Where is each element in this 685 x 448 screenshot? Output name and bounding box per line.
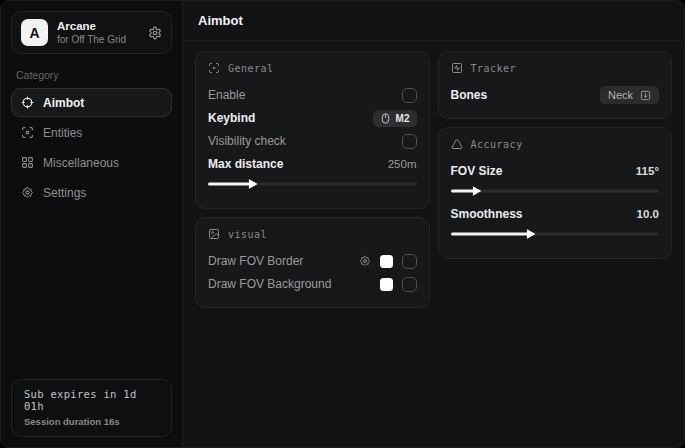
row-max-distance: Max distance 250m (208, 153, 417, 175)
fov-size-value: 115° (636, 165, 659, 177)
app-title: Arcane (57, 20, 126, 32)
image-icon (208, 228, 220, 240)
crosshair-icon (21, 96, 34, 109)
sidebar-item-label: Entities (43, 126, 82, 140)
slider-fill (208, 183, 252, 186)
fov-background-color-swatch[interactable] (380, 278, 393, 291)
slider-track (451, 190, 660, 193)
panel-general-header: General (208, 62, 417, 74)
panel-title-label: Accuracy (471, 139, 523, 150)
slider-thumb[interactable] (527, 229, 536, 239)
session-duration-text: Session duration 16s (24, 416, 159, 427)
row-fov-size: FOV Size 115° (451, 160, 660, 182)
gear-icon (21, 186, 34, 199)
slider-fill (451, 233, 530, 236)
max-distance-label: Max distance (208, 157, 283, 171)
fov-size-label: FOV Size (451, 164, 503, 178)
sub-expires-text: Sub expires in 1d 01h (24, 388, 159, 412)
fov-background-checkbox[interactable] (402, 277, 417, 292)
app-logo: A (21, 19, 48, 46)
fov-border-controls (359, 254, 417, 269)
row-enable: Enable (208, 84, 417, 106)
panel-title-label: visual (228, 229, 267, 240)
focus-icon (208, 62, 220, 74)
smoothness-slider[interactable] (451, 228, 660, 240)
app-subtitle: for Off The Grid (57, 34, 126, 45)
select-box-icon (640, 90, 651, 101)
panel-title-label: Tracker (471, 63, 517, 74)
sidebar-nav: Aimbot Entities Miscellaneous Settings (11, 88, 172, 207)
mouse-icon (380, 113, 391, 124)
slider-thumb[interactable] (249, 179, 258, 189)
sidebar-item-aimbot[interactable]: Aimbot (11, 88, 172, 117)
bones-value: Neck (608, 89, 633, 101)
fov-size-slider[interactable] (451, 185, 660, 197)
fov-background-controls (380, 277, 417, 292)
left-column: General Enable Keybind M2 (195, 51, 430, 308)
panel-visual-header: visual (208, 228, 417, 240)
triangle-icon (451, 138, 463, 150)
slider-fill (451, 190, 476, 193)
main-header: Aimbot (183, 1, 684, 41)
row-draw-fov-background: Draw FOV Background (208, 273, 417, 295)
draw-fov-border-label: Draw FOV Border (208, 254, 303, 268)
page-title: Aimbot (198, 13, 243, 28)
sidebar-item-entities[interactable]: Entities (11, 118, 172, 147)
sidebar-item-label: Aimbot (43, 96, 84, 110)
panel-tracker: Tracker Bones Neck (438, 51, 673, 119)
visibility-check-checkbox[interactable] (402, 134, 417, 149)
sidebar-item-settings[interactable]: Settings (11, 178, 172, 207)
slider-thumb[interactable] (472, 186, 481, 196)
grid-icon (21, 156, 34, 169)
row-keybind: Keybind M2 (208, 107, 417, 129)
right-column: Tracker Bones Neck (438, 51, 673, 259)
sidebar: A Arcane for Off The Grid Category Aimbo… (1, 1, 183, 447)
row-draw-fov-border: Draw FOV Border (208, 250, 417, 272)
main-area: Aimbot General Enable (183, 1, 684, 447)
bones-select[interactable]: Neck (600, 86, 659, 104)
keybind-button[interactable]: M2 (373, 110, 417, 127)
fov-border-gear-icon[interactable] (359, 255, 371, 267)
keybind-label: Keybind (208, 111, 255, 125)
fov-border-checkbox[interactable] (402, 254, 417, 269)
sidebar-spacer (11, 207, 172, 379)
row-smoothness: Smoothness 10.0 (451, 203, 660, 225)
app-window: A Arcane for Off The Grid Category Aimbo… (0, 0, 685, 448)
smoothness-value: 10.0 (637, 208, 659, 220)
smoothness-label: Smoothness (451, 207, 523, 221)
sidebar-item-miscellaneous[interactable]: Miscellaneous (11, 148, 172, 177)
activity-icon (451, 62, 463, 74)
logo-card: A Arcane for Off The Grid (11, 11, 172, 54)
fov-border-color-swatch[interactable] (380, 255, 393, 268)
content: General Enable Keybind M2 (183, 41, 684, 318)
bones-label: Bones (451, 88, 488, 102)
max-distance-value: 250m (388, 158, 417, 170)
visibility-check-label: Visibility check (208, 134, 286, 148)
panel-accuracy: Accuracy FOV Size 115° Smoothness 10.0 (438, 127, 673, 259)
sidebar-item-label: Miscellaneous (43, 156, 119, 170)
panel-title-label: General (228, 63, 274, 74)
panel-accuracy-header: Accuracy (451, 138, 660, 150)
sidebar-item-label: Settings (43, 186, 86, 200)
panel-tracker-header: Tracker (451, 62, 660, 74)
logo-text: Arcane for Off The Grid (57, 20, 126, 45)
panel-general: General Enable Keybind M2 (195, 51, 430, 209)
row-bones: Bones Neck (451, 84, 660, 106)
draw-fov-background-label: Draw FOV Background (208, 277, 331, 291)
enable-label: Enable (208, 88, 245, 102)
row-visibility-check: Visibility check (208, 130, 417, 152)
category-label: Category (16, 69, 167, 81)
enable-checkbox[interactable] (402, 88, 417, 103)
max-distance-slider[interactable] (208, 178, 417, 190)
scan-eye-icon (21, 126, 34, 139)
keybind-value: M2 (396, 113, 410, 124)
panel-visual: visual Draw FOV Border Draw (195, 217, 430, 308)
subscription-card: Sub expires in 1d 01h Session duration 1… (11, 379, 172, 437)
settings-gear-icon[interactable] (148, 26, 162, 40)
